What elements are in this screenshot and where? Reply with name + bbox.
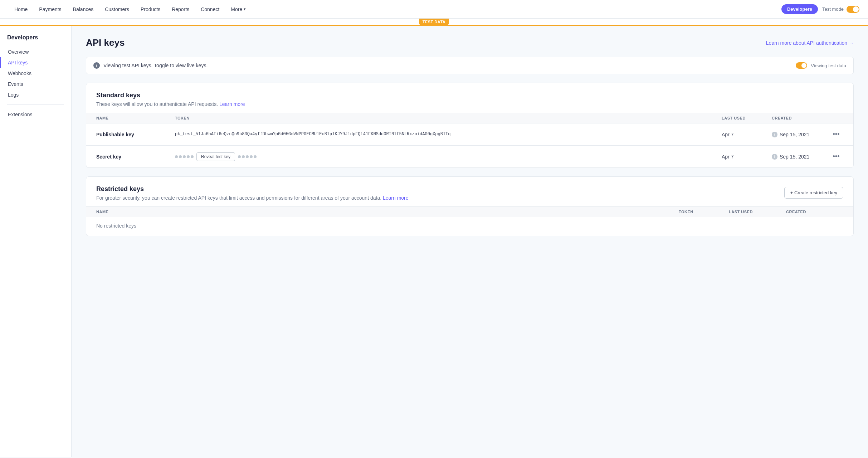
create-restricted-key-button[interactable]: + Create restricted key bbox=[784, 187, 843, 199]
publishable-key-created-wrap: i Sep 15, 2021 bbox=[772, 132, 829, 137]
col-token: TOKEN bbox=[175, 116, 722, 120]
sidebar-divider bbox=[7, 104, 64, 105]
app-body: Developers Overview API keys Webhooks Ev… bbox=[0, 26, 868, 457]
main-content: API keys Learn more about API authentica… bbox=[72, 26, 868, 457]
developers-button[interactable]: Developers bbox=[781, 4, 818, 14]
standard-keys-table: NAME TOKEN LAST USED CREATED Publishable… bbox=[86, 113, 853, 167]
info-banner-right: Viewing test data bbox=[796, 62, 846, 69]
info-banner: i Viewing test API keys. Toggle to view … bbox=[86, 57, 854, 74]
dot-7 bbox=[242, 155, 245, 158]
test-mode-wrap: Test mode bbox=[822, 6, 859, 13]
test-mode-toggle[interactable] bbox=[847, 6, 859, 13]
page-title: API keys bbox=[86, 37, 125, 48]
publishable-key-token: pk_test_51Ja6hAFi6eQznQn9b83Qa4yffDbwmYp… bbox=[175, 131, 722, 138]
standard-keys-header: Standard keys These keys will allow you … bbox=[86, 83, 853, 113]
col-created: CREATED bbox=[772, 116, 829, 120]
sidebar-item-events[interactable]: Events bbox=[0, 79, 71, 89]
reveal-test-key-button[interactable]: Reveal test key bbox=[196, 152, 235, 161]
restricted-col-token: TOKEN bbox=[679, 210, 729, 214]
dot-1 bbox=[175, 155, 178, 158]
restricted-col-created: CREATED bbox=[786, 210, 843, 214]
info-banner-text: Viewing test API keys. Toggle to view li… bbox=[103, 63, 208, 68]
nav-products[interactable]: Products bbox=[135, 0, 166, 19]
nav-customers[interactable]: Customers bbox=[99, 0, 135, 19]
sidebar-item-extensions[interactable]: Extensions bbox=[0, 109, 71, 120]
test-data-badge: TEST DATA bbox=[419, 19, 449, 25]
secret-key-created: Sep 15, 2021 bbox=[780, 154, 809, 160]
secret-key-dots-after bbox=[238, 155, 257, 158]
publishable-key-info-icon[interactable]: i bbox=[772, 132, 777, 137]
restricted-col-name: NAME bbox=[96, 210, 679, 214]
sidebar-item-api-keys[interactable]: API keys bbox=[0, 57, 71, 68]
sidebar-item-webhooks[interactable]: Webhooks bbox=[0, 68, 71, 79]
dot-5 bbox=[191, 155, 194, 158]
dot-4 bbox=[187, 155, 190, 158]
publishable-key-last-used: Apr 7 bbox=[722, 132, 772, 137]
secret-key-dots bbox=[175, 155, 194, 158]
publishable-key-menu-button[interactable]: ••• bbox=[829, 129, 843, 140]
secret-key-token-wrap: Reveal test key bbox=[175, 152, 722, 161]
secret-key-last-used: Apr 7 bbox=[722, 154, 772, 160]
chevron-down-icon: ▾ bbox=[244, 7, 246, 11]
sidebar: Developers Overview API keys Webhooks Ev… bbox=[0, 26, 72, 457]
col-actions bbox=[829, 116, 843, 120]
page-header: API keys Learn more about API authentica… bbox=[86, 37, 854, 48]
standard-keys-table-header: NAME TOKEN LAST USED CREATED bbox=[86, 113, 853, 123]
restricted-keys-title: Restricted keys bbox=[96, 185, 784, 193]
viewing-test-toggle[interactable] bbox=[796, 62, 807, 69]
standard-keys-subtitle: These keys will allow you to authenticat… bbox=[96, 101, 843, 107]
sidebar-title: Developers bbox=[0, 34, 71, 47]
nav-connect[interactable]: Connect bbox=[195, 0, 225, 19]
restricted-keys-table: NAME TOKEN LAST USED CREATED No restrict… bbox=[86, 206, 853, 236]
standard-keys-card: Standard keys These keys will allow you … bbox=[86, 83, 854, 168]
publishable-key-created: Sep 15, 2021 bbox=[780, 132, 809, 137]
dot-8 bbox=[246, 155, 249, 158]
secret-key-created-wrap: i Sep 15, 2021 bbox=[772, 154, 829, 160]
no-restricted-keys-text: No restricted keys bbox=[86, 217, 853, 236]
nav-links: Home Payments Balances Customers Product… bbox=[9, 0, 781, 19]
restricted-keys-header-left: Restricted keys For greater security, yo… bbox=[96, 185, 784, 201]
top-nav: Home Payments Balances Customers Product… bbox=[0, 0, 868, 19]
sidebar-item-logs[interactable]: Logs bbox=[0, 89, 71, 100]
publishable-key-row: Publishable key pk_test_51Ja6hAFi6eQznQn… bbox=[86, 123, 853, 146]
dot-2 bbox=[179, 155, 182, 158]
dot-10 bbox=[254, 155, 257, 158]
dot-9 bbox=[250, 155, 253, 158]
restricted-keys-subtitle: For greater security, you can create res… bbox=[96, 195, 784, 201]
nav-payments[interactable]: Payments bbox=[33, 0, 67, 19]
dot-3 bbox=[183, 155, 186, 158]
standard-keys-learn-more-link[interactable]: Learn more bbox=[219, 101, 245, 107]
nav-right: Developers Test mode bbox=[781, 4, 859, 14]
restricted-col-last-used: LAST USED bbox=[729, 210, 786, 214]
test-mode-label: Test mode bbox=[822, 6, 844, 12]
nav-reports[interactable]: Reports bbox=[166, 0, 195, 19]
restricted-keys-learn-more-link[interactable]: Learn more bbox=[383, 195, 409, 201]
test-data-banner: TEST DATA bbox=[0, 19, 868, 26]
restricted-keys-header: Restricted keys For greater security, yo… bbox=[86, 177, 853, 206]
nav-home[interactable]: Home bbox=[9, 0, 33, 19]
secret-key-info-icon[interactable]: i bbox=[772, 154, 777, 160]
info-icon: i bbox=[93, 62, 100, 69]
sidebar-item-overview[interactable]: Overview bbox=[0, 47, 71, 57]
secret-key-row: Secret key Reveal test key bbox=[86, 146, 853, 167]
standard-keys-title: Standard keys bbox=[96, 92, 843, 99]
col-name: NAME bbox=[96, 116, 175, 120]
nav-more[interactable]: More ▾ bbox=[225, 0, 252, 19]
nav-balances[interactable]: Balances bbox=[67, 0, 99, 19]
col-last-used: LAST USED bbox=[722, 116, 772, 120]
learn-more-api-auth-link[interactable]: Learn more about API authentication → bbox=[766, 40, 854, 46]
restricted-keys-card: Restricted keys For greater security, yo… bbox=[86, 176, 854, 236]
secret-key-name: Secret key bbox=[96, 154, 175, 160]
secret-key-menu-button[interactable]: ••• bbox=[829, 151, 843, 162]
info-banner-left: i Viewing test API keys. Toggle to view … bbox=[93, 62, 208, 69]
dot-6 bbox=[238, 155, 241, 158]
viewing-test-data-label: Viewing test data bbox=[811, 63, 846, 68]
restricted-keys-table-header: NAME TOKEN LAST USED CREATED bbox=[86, 206, 853, 217]
publishable-key-name: Publishable key bbox=[96, 132, 175, 137]
